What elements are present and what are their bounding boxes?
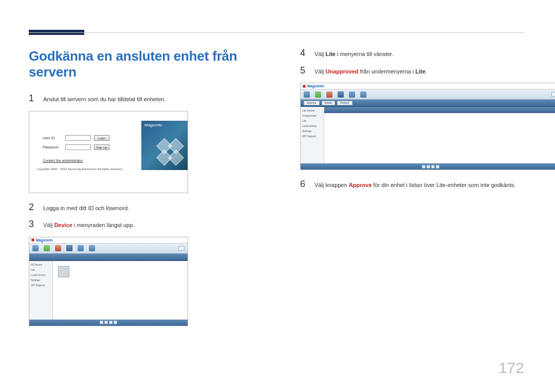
app-sidebar: Lite Device Unapproved Lite Local Librar… bbox=[301, 107, 324, 163]
pager-button[interactable] bbox=[431, 165, 435, 169]
pager-button[interactable] bbox=[422, 165, 425, 169]
sidebar-item[interactable]: Local Library bbox=[31, 273, 51, 276]
magicinfo-brand-panel: MagicInfo bbox=[141, 121, 188, 170]
toolbar-icon[interactable] bbox=[326, 91, 332, 98]
device-thumbnail[interactable] bbox=[58, 266, 69, 277]
step-number: 1 bbox=[29, 94, 36, 103]
highlight-approve: Approve bbox=[349, 182, 372, 188]
toolbar-icon[interactable] bbox=[55, 245, 61, 251]
top-rule bbox=[29, 32, 524, 33]
app-pager bbox=[301, 163, 555, 170]
app-subbar: Approve Delete Refresh bbox=[301, 100, 555, 107]
toolbar-icon-device[interactable] bbox=[66, 245, 72, 251]
login-userid-label: User ID bbox=[43, 136, 62, 140]
toolbar-icon-device[interactable] bbox=[338, 91, 344, 98]
sidebar-item-unapproved[interactable]: Unapproved bbox=[302, 114, 322, 117]
app-pager bbox=[29, 320, 188, 326]
step-number: 5 bbox=[300, 66, 307, 75]
step-text: Anslut till servern som du har tilldelat… bbox=[43, 94, 165, 104]
toolbar-icon[interactable] bbox=[44, 245, 50, 251]
pager-button[interactable] bbox=[104, 321, 108, 324]
table-header bbox=[324, 107, 555, 113]
pager-button[interactable] bbox=[427, 165, 430, 169]
pager-button[interactable] bbox=[109, 321, 113, 324]
step-number: 2 bbox=[29, 202, 36, 212]
magicinfo-logo-icon bbox=[150, 132, 188, 170]
toolbar-icon[interactable] bbox=[89, 245, 95, 251]
pager-button[interactable] bbox=[114, 321, 117, 324]
app-sidebar: All Device Lite Local Library Settings A… bbox=[29, 261, 53, 320]
login-password-label: Password bbox=[43, 145, 62, 149]
approve-button[interactable]: Approve bbox=[304, 101, 320, 105]
section-heading: Godkänna en ansluten enhet från servern bbox=[29, 48, 265, 80]
step-number: 6 bbox=[300, 179, 307, 189]
screenshot-login: User ID Login Password Sign Up Contact t… bbox=[29, 111, 188, 193]
magicinfo-brand-text: MagicInfo bbox=[144, 123, 162, 127]
step-1: 1 Anslut till servern som du har tilldel… bbox=[29, 94, 265, 104]
step-6: 6 Välj knappen Approve för din enhet i l… bbox=[300, 179, 555, 190]
app-subbar bbox=[29, 254, 188, 261]
highlight-device: Device bbox=[54, 222, 72, 228]
status-dot-icon bbox=[31, 238, 34, 241]
toolbar-icon[interactable] bbox=[315, 91, 321, 98]
highlight-unapproved: Unapproved bbox=[325, 68, 358, 74]
app-main bbox=[53, 261, 188, 320]
login-button[interactable]: Login bbox=[94, 135, 109, 141]
toolbar-icon[interactable] bbox=[349, 91, 355, 98]
toolbar-icon[interactable] bbox=[78, 245, 84, 251]
pager-button[interactable] bbox=[100, 321, 103, 324]
step-text: Logga in med ditt ID och lösenord. bbox=[43, 202, 130, 213]
step-2: 2 Logga in med ditt ID och lösenord. bbox=[29, 202, 265, 213]
step-text: Välj Lite i menyerna till vänster. bbox=[314, 48, 393, 59]
step-number: 3 bbox=[29, 219, 36, 229]
toolbar-search[interactable] bbox=[551, 92, 555, 97]
screenshot-app-device: MagicInfo All Device bbox=[29, 237, 188, 326]
toolbar-icon[interactable] bbox=[304, 91, 310, 98]
delete-button[interactable]: Delete bbox=[322, 101, 335, 105]
step-5: 5 Välj Unapproved från undermenyerna i L… bbox=[300, 66, 555, 76]
refresh-button[interactable]: Refresh bbox=[337, 101, 353, 105]
app-main bbox=[324, 107, 555, 163]
highlight-lite: Lite bbox=[325, 51, 336, 57]
toolbar-icon[interactable] bbox=[32, 245, 39, 251]
step-text: Välj knappen Approve för din enhet i lis… bbox=[314, 179, 515, 190]
app-logo: MagicInfo bbox=[36, 238, 53, 242]
sidebar-item[interactable]: Settings bbox=[302, 129, 322, 133]
app-toolbar bbox=[29, 244, 188, 254]
table-body bbox=[324, 113, 555, 163]
app-logo: MagicInfo bbox=[307, 84, 324, 88]
step-text: Välj Device i menyraden längst upp. bbox=[43, 219, 134, 230]
sidebar-item[interactable]: API Support bbox=[302, 135, 322, 138]
step-text: Välj Unapproved från undermenyerna i Lit… bbox=[314, 66, 427, 76]
pager-button[interactable] bbox=[436, 165, 439, 169]
step-3: 3 Välj Device i menyraden längst upp. bbox=[29, 219, 265, 230]
login-userid-input[interactable] bbox=[65, 135, 91, 141]
sidebar-item[interactable]: Settings bbox=[31, 278, 51, 282]
sidebar-item[interactable]: API Support bbox=[31, 284, 51, 287]
sidebar-item[interactable]: Lite bbox=[31, 268, 51, 271]
sidebar-item[interactable]: Lite Device bbox=[302, 109, 322, 112]
sidebar-item[interactable]: Local Library bbox=[302, 124, 322, 127]
step-number: 4 bbox=[300, 48, 307, 58]
step-4: 4 Välj Lite i menyerna till vänster. bbox=[300, 48, 555, 59]
status-dot-icon bbox=[303, 85, 306, 88]
app-toolbar bbox=[301, 89, 555, 100]
screenshot-app-unapproved: MagicInfo Approve Delete Refresh bbox=[300, 83, 555, 170]
toolbar-search[interactable] bbox=[178, 246, 184, 251]
page-number: 172 bbox=[498, 359, 524, 377]
sidebar-item[interactable]: All Device bbox=[31, 263, 51, 266]
login-password-input[interactable] bbox=[65, 144, 91, 150]
signup-button[interactable]: Sign Up bbox=[94, 144, 109, 150]
toolbar-icon[interactable] bbox=[360, 91, 366, 98]
sidebar-item[interactable]: Lite bbox=[302, 119, 322, 122]
